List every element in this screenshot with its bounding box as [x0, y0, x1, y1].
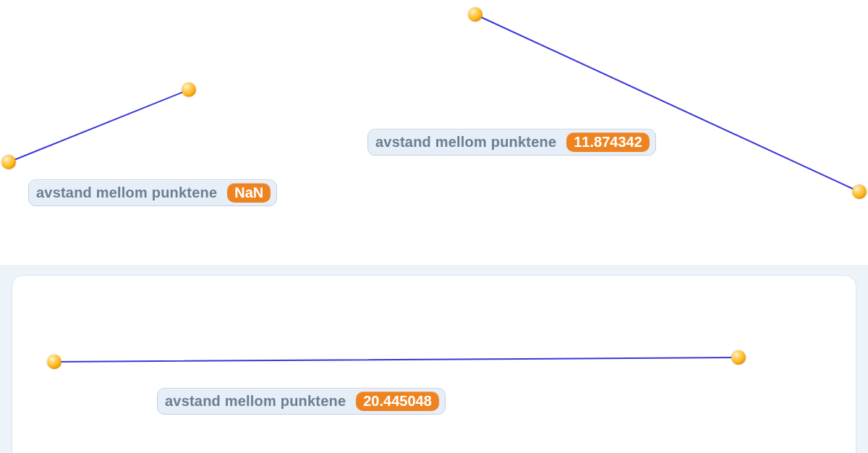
line-seg2 [475, 14, 859, 192]
watcher-value: 20.445048 [356, 391, 439, 411]
watcher-seg1[interactable]: avstand mellom punktene NaN [28, 179, 277, 206]
point-seg2-a[interactable] [468, 7, 482, 22]
point-seg3-a[interactable] [47, 355, 61, 369]
watcher-label: avstand mellom punktene [36, 185, 217, 201]
watcher-seg2[interactable]: avstand mellom punktene 11.874342 [367, 129, 656, 156]
point-seg2-b[interactable] [852, 185, 867, 199]
bottom-card [12, 275, 856, 453]
watcher-value: 11.874342 [566, 132, 650, 152]
point-seg3-b[interactable] [731, 350, 746, 365]
point-seg1-b[interactable] [182, 82, 196, 97]
watcher-label: avstand mellom punktene [375, 134, 556, 151]
point-seg1-a[interactable] [1, 155, 16, 169]
watcher-value: NaN [227, 183, 271, 203]
stage: avstand mellom punktene NaN avstand mell… [0, 0, 868, 453]
line-seg1 [9, 90, 189, 162]
watcher-label: avstand mellom punktene [165, 393, 346, 410]
watcher-seg3[interactable]: avstand mellom punktene 20.445048 [157, 388, 446, 415]
